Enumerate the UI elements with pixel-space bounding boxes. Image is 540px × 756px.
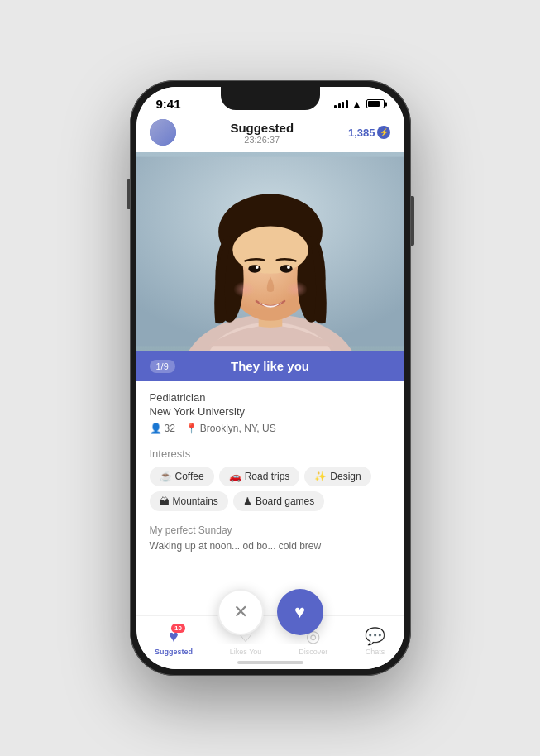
status-time: 9:41 (156, 97, 181, 111)
profile-details: 👤 32 📍 Brooklyn, NY, US (150, 423, 391, 434)
profile-location-item: 📍 Brooklyn, NY, US (185, 423, 276, 434)
coins-value: 1,385 (348, 127, 375, 139)
svg-point-11 (255, 266, 258, 269)
like-banner: 1/9 They like you (136, 351, 404, 381)
nav-suggested[interactable]: ♥ 10 Suggested (145, 624, 203, 659)
design-emoji: ✨ (314, 471, 327, 482)
likes-you-nav-label: Likes You (230, 648, 262, 656)
coin-icon: ⚡ (377, 126, 390, 139)
notch (221, 87, 320, 110)
nav-chats[interactable]: 💬 Chats (355, 623, 395, 659)
main-content: 1/9 They like you Pediatrician New York … (136, 152, 404, 644)
interests-section: Interests ☕ Coffee 🚗 Road trips ✨ Design (136, 441, 404, 518)
status-icons: ▲ (334, 98, 384, 110)
home-indicator (237, 661, 303, 664)
bio-text: Waking up at noon... od bo... cold brew (150, 539, 391, 553)
cross-icon: ✕ (233, 601, 248, 623)
svg-point-10 (280, 265, 292, 273)
age-icon: 👤 (150, 423, 162, 434)
profile-location: Brooklyn, NY, US (200, 423, 276, 434)
coffee-label: Coffee (175, 471, 204, 482)
wifi-icon: ▲ (352, 98, 362, 110)
profile-age: 32 (165, 423, 175, 434)
suggested-badge: 10 (171, 624, 185, 633)
battery-icon (366, 99, 385, 108)
bio-section: My perfect Sunday Waking up at noon... o… (136, 518, 404, 560)
profile-photo (136, 152, 404, 351)
chats-nav-icon: 💬 (365, 626, 385, 646)
signal-icon (334, 100, 348, 108)
road-trips-emoji: 🚗 (229, 471, 241, 482)
chats-nav-label: Chats (366, 648, 385, 656)
interest-tag-mountains: 🏔 Mountains (150, 491, 228, 511)
coffee-emoji: ☕ (160, 471, 172, 482)
road-trips-label: Road trips (245, 471, 290, 482)
profile-age-item: 👤 32 (150, 423, 175, 434)
interest-tag-road-trips: 🚗 Road trips (219, 467, 300, 486)
action-buttons: ✕ ♥ (217, 589, 323, 635)
pass-button[interactable]: ✕ (217, 589, 264, 635)
profile-position-badge: 1/9 (150, 360, 175, 373)
suggested-nav-icon: ♥ 10 (169, 627, 179, 646)
like-button[interactable]: ♥ (277, 589, 323, 635)
mountains-label: Mountains (173, 495, 218, 507)
photo-background (136, 152, 404, 351)
svg-point-8 (232, 227, 308, 274)
svg-point-14 (285, 281, 308, 297)
coins-display[interactable]: 1,385 ⚡ (348, 126, 391, 139)
location-icon: 📍 (185, 423, 198, 434)
phone-frame: 9:41 ▲ Suggested 23:26:37 1,385 (130, 80, 411, 676)
app-header: Suggested 23:26:37 1,385 ⚡ (136, 114, 404, 152)
svg-point-13 (233, 281, 256, 297)
interest-tag-coffee: ☕ Coffee (150, 467, 214, 486)
user-avatar[interactable] (150, 119, 176, 146)
interests-title: Interests (150, 447, 391, 460)
profile-university: New York University (150, 405, 391, 418)
header-center: Suggested 23:26:37 (230, 121, 294, 145)
design-label: Design (330, 471, 361, 482)
header-timer: 23:26:37 (230, 135, 294, 145)
svg-point-12 (287, 266, 290, 269)
board-games-emoji: ♟ (243, 495, 252, 507)
interest-tag-design: ✨ Design (304, 467, 370, 486)
header-title: Suggested (230, 121, 294, 135)
mountains-emoji: 🏔 (160, 495, 170, 507)
discover-nav-label: Discover (299, 648, 327, 656)
like-text: They like you (231, 359, 309, 373)
profile-job: Pediatrician (150, 391, 391, 404)
suggested-nav-label: Suggested (155, 648, 193, 656)
heart-icon: ♥ (294, 601, 305, 623)
interests-tags: ☕ Coffee 🚗 Road trips ✨ Design 🏔 Mountai… (150, 467, 391, 511)
svg-point-9 (248, 265, 260, 273)
phone-screen: 9:41 ▲ Suggested 23:26:37 1,385 (136, 87, 404, 669)
bio-title: My perfect Sunday (150, 524, 391, 536)
board-games-label: Board games (256, 495, 314, 507)
interest-tag-board-games: ♟ Board games (233, 491, 324, 511)
profile-info: Pediatrician New York University 👤 32 📍 … (136, 381, 404, 441)
